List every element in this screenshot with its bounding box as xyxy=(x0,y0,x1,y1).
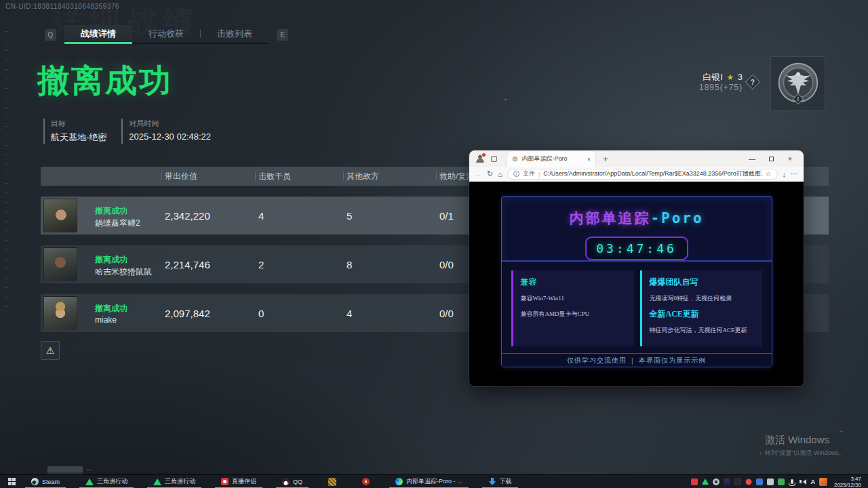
taskbar-item-live-companion[interactable]: 直播伴侣 xyxy=(213,475,264,488)
browser-titlebar[interactable]: ⊕ 内部单追踪-Poro × + — × xyxy=(469,150,804,167)
poro-panel: 内部单追踪-Poro 03:47:46 兼容 兼容Win7-Win11 兼容所有… xyxy=(501,196,772,367)
taskbar-item-pinned-red[interactable] xyxy=(354,475,378,488)
tab-action-loot[interactable]: 行动收获 xyxy=(132,25,200,43)
tray-red-circle-icon[interactable] xyxy=(745,479,752,485)
downloads-icon[interactable]: ↓ xyxy=(783,170,787,178)
more-menu-icon[interactable]: ⋯ xyxy=(791,169,798,178)
browser-tab[interactable]: ⊕ 内部单追踪-Poro × xyxy=(507,150,596,167)
row-extract-value: 2,097,842 xyxy=(165,308,210,319)
decorative-ruler xyxy=(5,31,8,316)
taskbar-item-qq[interactable]: QQ xyxy=(274,475,311,488)
browser-window: ⊕ 内部单追踪-Poro × + — × ← ↻ ⌂ i 文件 | C:/Use… xyxy=(469,150,804,386)
compatibility-line2: 兼容所有AMD显卡与CPU xyxy=(521,308,627,319)
poro-title-accent: -Poro xyxy=(650,210,703,226)
rank-tier: 白银I ★ 3 xyxy=(682,71,743,83)
tray-blue-app-icon[interactable] xyxy=(756,479,763,485)
taskbar-item-label: 直播伴侣 xyxy=(232,477,256,486)
qq-icon xyxy=(282,478,290,485)
taskbar-item-delta-force-1[interactable]: 三角洲行动 xyxy=(77,475,136,488)
poro-title-main: 内部单追踪 xyxy=(569,210,650,226)
key-hint-e: E xyxy=(277,29,288,41)
tray-dark-app-icon[interactable] xyxy=(734,479,741,485)
player-avatar xyxy=(43,296,77,330)
taskbar-item-label: Steam xyxy=(42,479,60,485)
tray-delta-icon[interactable] xyxy=(702,479,709,485)
taskbar-item-delta-force-2[interactable]: 三角洲行动 xyxy=(145,475,203,488)
page-info-icon[interactable]: i xyxy=(513,171,519,177)
address-separator: | xyxy=(538,171,540,178)
row-extract-value: 2,342,220 xyxy=(165,210,210,222)
match-time-group: 对局时间 2025-12-30 02:48:22 xyxy=(121,119,211,144)
input-method-indicator[interactable]: A xyxy=(810,479,815,485)
objective-group: 目标 航天基地-绝密 xyxy=(43,119,106,144)
close-window-button[interactable]: × xyxy=(781,150,800,167)
taskbar-item-steam[interactable]: Steam xyxy=(23,475,68,488)
star-icon: ★ xyxy=(725,73,735,82)
tray-green-app-icon[interactable] xyxy=(778,479,785,485)
tray-orange-app-icon[interactable] xyxy=(819,478,827,486)
back-icon[interactable]: ← xyxy=(475,170,482,178)
desktop-screen: 详细战绩 + + + CN-UID:183811840310648359376 … xyxy=(0,0,868,488)
row-rescue-revive: 0/0 xyxy=(439,308,454,319)
taskbar-clock[interactable]: 3:47 2025/12/30 xyxy=(831,476,864,488)
taskbar: Steam 三角洲行动 三角洲行动 直播伴侣 QQ 内部单追踪-Poro - .… xyxy=(0,474,868,488)
match-time-value: 2025-12-30 02:48:22 xyxy=(129,131,211,142)
taskbar-item-downloads[interactable]: 下载 xyxy=(480,475,520,488)
row-status: 撤离成功 xyxy=(95,303,127,314)
browser-page-content: 内部单追踪-Poro 03:47:46 兼容 兼容Win7-Win11 兼容所有… xyxy=(469,182,804,386)
compatibility-line1: 兼容Win7-Win11 xyxy=(521,293,627,304)
poro-page-title: 内部单追踪-Poro xyxy=(502,209,772,228)
tab-actions-icon[interactable] xyxy=(491,156,497,162)
report-warning-button[interactable]: ⚠ xyxy=(41,341,60,360)
favorite-star-icon[interactable]: ☆ xyxy=(766,170,772,178)
features-section1-title: 爆爆团队自写 xyxy=(650,277,755,288)
svg-text:I: I xyxy=(797,96,799,102)
maximize-button[interactable] xyxy=(762,150,781,167)
minimize-button[interactable]: — xyxy=(743,150,762,167)
browser-profile-icon[interactable] xyxy=(476,155,484,163)
refresh-icon[interactable]: ↻ xyxy=(487,169,493,178)
address-bar[interactable]: i 文件 | C:/Users/Administrator/AppData/Lo… xyxy=(507,169,778,180)
watermark-line1: 激活 Windows xyxy=(765,434,844,447)
row-player-name: 哈吉米狡猾鼠鼠 xyxy=(95,266,152,278)
decorative-cross: + xyxy=(758,449,763,458)
close-tab-icon[interactable]: × xyxy=(587,156,591,163)
system-tray: A 3:47 2025/12/30 xyxy=(691,476,868,488)
clock-time: 3:47 xyxy=(834,476,861,482)
home-icon[interactable]: ⌂ xyxy=(498,170,502,178)
taskbar-item-edge-poro[interactable]: 内部单追踪-Poro - ... xyxy=(387,475,471,488)
tab-kill-list[interactable]: 击败列表 xyxy=(201,25,269,43)
rank-emblem: I xyxy=(770,56,825,111)
features-card: 爆爆团队自写 无痕读写0特征，无视任何检测 全新ACE更新 特征同步化写法，无视… xyxy=(640,270,762,346)
rank-points: 1895(+75) xyxy=(682,83,743,92)
speaker-icon[interactable] xyxy=(800,479,806,485)
window-controls: — × xyxy=(743,150,800,167)
tray-light-app-icon[interactable] xyxy=(767,479,774,485)
features-section1-text: 无痕读写0特征，无视任何检测 xyxy=(650,293,755,304)
tray-shield-icon[interactable] xyxy=(724,479,730,485)
tray-red-app-icon[interactable] xyxy=(691,479,698,485)
watermark-line2: 转到"设置"以激活 Windows。 xyxy=(765,449,844,458)
taskbar-item-pinned-gold[interactable] xyxy=(320,475,344,488)
row-other-enemies: 8 xyxy=(347,259,352,270)
help-icon[interactable]: ? xyxy=(745,75,761,90)
row-rescue-revive: 0/1 xyxy=(439,210,454,222)
row-rescue-revive: 0/0 xyxy=(439,259,454,270)
browser-tab-title: 内部单追踪-Poro xyxy=(521,155,583,163)
match-time-label: 对局时间 xyxy=(129,119,211,129)
microphone-icon[interactable] xyxy=(791,479,793,484)
row-operator-kills: 0 xyxy=(258,308,264,319)
tab-battle-details[interactable]: 战绩详情 xyxy=(64,25,132,43)
row-player-name: 鍋缝矗窣鳢2 xyxy=(95,218,140,229)
new-tab-button[interactable]: + xyxy=(603,154,608,164)
objective-label: 目标 xyxy=(51,119,106,129)
compatibility-card: 兼容 兼容Win7-Win11 兼容所有AMD显卡与CPU xyxy=(511,270,634,346)
rank-star-count: 3 xyxy=(738,72,743,82)
taskbar-item-label: 三角洲行动 xyxy=(97,477,127,486)
start-button[interactable] xyxy=(0,475,23,488)
compatibility-card-title: 兼容 xyxy=(521,277,627,288)
tray-steam-icon[interactable] xyxy=(713,479,719,485)
delta-force-icon xyxy=(85,479,94,485)
row-status: 撤离成功 xyxy=(95,205,127,217)
results-tabbar: Q 战绩详情 行动收获 击败列表 E xyxy=(37,25,296,44)
